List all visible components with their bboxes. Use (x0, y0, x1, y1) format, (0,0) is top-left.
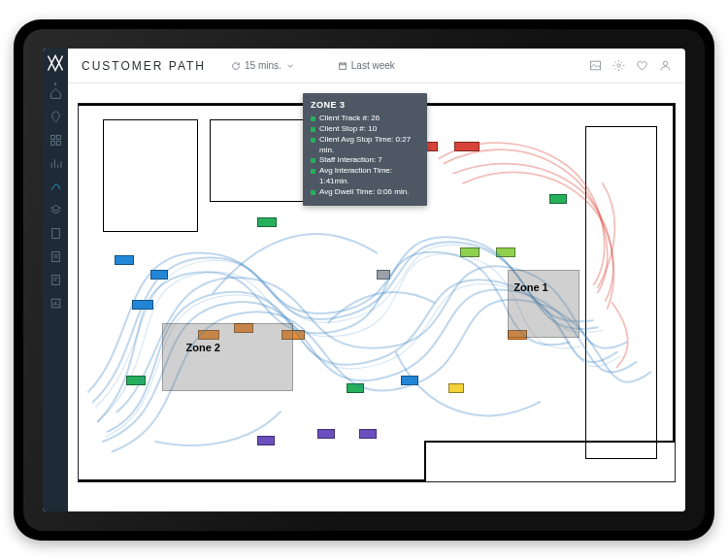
app-logo (47, 54, 64, 72)
chart-icon[interactable] (48, 155, 63, 171)
svg-rect-8 (339, 63, 346, 69)
tooltip-row-1: Client Stop #: 10 (319, 124, 377, 133)
heart-icon[interactable] (635, 59, 648, 73)
svg-rect-1 (56, 135, 60, 139)
svg-rect-5 (51, 251, 59, 261)
zone-tooltip: ZONE 3 Client Track #: 26 Client Stop #:… (303, 93, 427, 206)
floorplan-canvas[interactable]: Zone 2 Zone 1 ZONE 3 Client Track #: 26 … (68, 83, 685, 511)
svg-rect-0 (50, 135, 54, 139)
doc-icon[interactable] (48, 225, 63, 241)
report-icon[interactable] (48, 295, 63, 311)
daterange-label: Last week (351, 60, 395, 71)
doc3-icon[interactable] (48, 272, 63, 287)
zone-2-label: Zone 2 (186, 342, 220, 353)
svg-point-10 (616, 64, 619, 67)
toolbar: CUSTOMER PATH 15 mins. Last week (68, 49, 685, 83)
zone-1-label: Zone 1 (513, 281, 547, 293)
tooltip-row-3: Staff Interaction: 7 (319, 155, 382, 164)
tooltip-row-5: Avg Dwell Time: 0:06 min. (319, 187, 409, 196)
daterange-dropdown[interactable]: Last week (338, 60, 395, 71)
tooltip-title: ZONE 3 (311, 99, 419, 111)
svg-point-11 (663, 61, 667, 65)
svg-rect-4 (51, 228, 59, 238)
refresh-label: 15 mins. (245, 60, 281, 71)
main-panel: CUSTOMER PATH 15 mins. Last week (68, 49, 685, 511)
chevron-down-icon (285, 61, 295, 71)
tooltip-row-4: Avg Interaction Time: 1:41min. (319, 166, 392, 185)
refresh-icon (231, 61, 241, 71)
sidebar: › (43, 49, 68, 511)
layers-icon[interactable] (48, 202, 63, 217)
svg-rect-2 (50, 141, 54, 145)
pin-icon[interactable] (48, 109, 63, 124)
tooltip-row-0: Client Track #: 26 (319, 114, 380, 122)
doc2-icon[interactable] (48, 248, 63, 264)
path-icon[interactable] (48, 179, 63, 194)
svg-rect-3 (56, 141, 60, 145)
app-screen: › CUSTOMER PATH 15 mins. Last week (43, 49, 685, 511)
zone-2[interactable] (162, 323, 293, 391)
page-title: CUSTOMER PATH (82, 59, 206, 73)
image-icon[interactable] (588, 59, 602, 73)
grid-icon[interactable] (48, 132, 63, 148)
refresh-dropdown[interactable]: 15 mins. (231, 60, 295, 71)
tooltip-row-2: Client Avg Stop Time: 0:27 min. (319, 135, 411, 154)
user-icon[interactable] (658, 59, 672, 73)
gear-icon[interactable] (612, 59, 625, 73)
zone-1[interactable] (508, 270, 579, 338)
calendar-icon (338, 61, 347, 71)
home-icon[interactable] (48, 85, 63, 101)
